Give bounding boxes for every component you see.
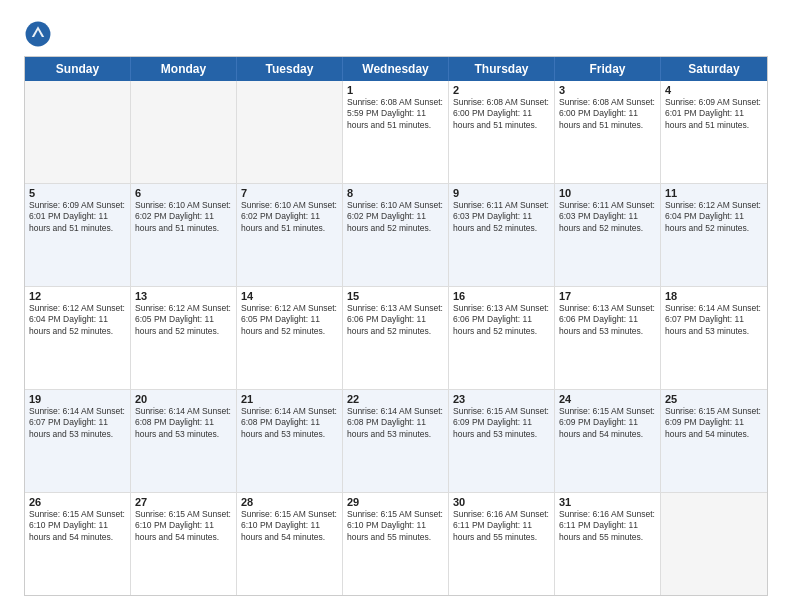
day-cell-29: 29Sunrise: 6:15 AM Sunset: 6:10 PM Dayli… [343,493,449,595]
header-day-monday: Monday [131,57,237,81]
day-number: 17 [559,290,656,302]
day-number: 9 [453,187,550,199]
calendar-week-2: 5Sunrise: 6:09 AM Sunset: 6:01 PM Daylig… [25,184,767,287]
day-cell-7: 7Sunrise: 6:10 AM Sunset: 6:02 PM Daylig… [237,184,343,286]
day-number: 26 [29,496,126,508]
header-day-tuesday: Tuesday [237,57,343,81]
day-info: Sunrise: 6:12 AM Sunset: 6:05 PM Dayligh… [135,303,232,337]
day-info: Sunrise: 6:12 AM Sunset: 6:04 PM Dayligh… [665,200,763,234]
day-number: 6 [135,187,232,199]
day-cell-17: 17Sunrise: 6:13 AM Sunset: 6:06 PM Dayli… [555,287,661,389]
day-number: 30 [453,496,550,508]
day-info: Sunrise: 6:14 AM Sunset: 6:07 PM Dayligh… [665,303,763,337]
day-info: Sunrise: 6:10 AM Sunset: 6:02 PM Dayligh… [135,200,232,234]
logo-icon [24,20,52,48]
day-number: 28 [241,496,338,508]
day-cell-26: 26Sunrise: 6:15 AM Sunset: 6:10 PM Dayli… [25,493,131,595]
day-number: 19 [29,393,126,405]
day-info: Sunrise: 6:15 AM Sunset: 6:10 PM Dayligh… [241,509,338,543]
calendar: SundayMondayTuesdayWednesdayThursdayFrid… [24,56,768,596]
day-cell-27: 27Sunrise: 6:15 AM Sunset: 6:10 PM Dayli… [131,493,237,595]
day-number: 25 [665,393,763,405]
day-info: Sunrise: 6:08 AM Sunset: 6:00 PM Dayligh… [453,97,550,131]
day-cell-empty [25,81,131,183]
day-cell-1: 1Sunrise: 6:08 AM Sunset: 5:59 PM Daylig… [343,81,449,183]
day-cell-24: 24Sunrise: 6:15 AM Sunset: 6:09 PM Dayli… [555,390,661,492]
day-number: 14 [241,290,338,302]
calendar-week-3: 12Sunrise: 6:12 AM Sunset: 6:04 PM Dayli… [25,287,767,390]
day-cell-8: 8Sunrise: 6:10 AM Sunset: 6:02 PM Daylig… [343,184,449,286]
day-number: 7 [241,187,338,199]
calendar-header: SundayMondayTuesdayWednesdayThursdayFrid… [25,57,767,81]
day-cell-18: 18Sunrise: 6:14 AM Sunset: 6:07 PM Dayli… [661,287,767,389]
day-info: Sunrise: 6:13 AM Sunset: 6:06 PM Dayligh… [453,303,550,337]
day-cell-6: 6Sunrise: 6:10 AM Sunset: 6:02 PM Daylig… [131,184,237,286]
day-cell-12: 12Sunrise: 6:12 AM Sunset: 6:04 PM Dayli… [25,287,131,389]
day-number: 22 [347,393,444,405]
calendar-week-5: 26Sunrise: 6:15 AM Sunset: 6:10 PM Dayli… [25,493,767,595]
day-info: Sunrise: 6:15 AM Sunset: 6:10 PM Dayligh… [29,509,126,543]
day-cell-empty [661,493,767,595]
day-number: 11 [665,187,763,199]
day-cell-30: 30Sunrise: 6:16 AM Sunset: 6:11 PM Dayli… [449,493,555,595]
day-cell-2: 2Sunrise: 6:08 AM Sunset: 6:00 PM Daylig… [449,81,555,183]
day-cell-15: 15Sunrise: 6:13 AM Sunset: 6:06 PM Dayli… [343,287,449,389]
day-number: 29 [347,496,444,508]
day-number: 31 [559,496,656,508]
day-number: 15 [347,290,444,302]
day-info: Sunrise: 6:08 AM Sunset: 5:59 PM Dayligh… [347,97,444,131]
header-day-sunday: Sunday [25,57,131,81]
day-number: 5 [29,187,126,199]
day-number: 1 [347,84,444,96]
day-cell-11: 11Sunrise: 6:12 AM Sunset: 6:04 PM Dayli… [661,184,767,286]
day-cell-25: 25Sunrise: 6:15 AM Sunset: 6:09 PM Dayli… [661,390,767,492]
day-info: Sunrise: 6:09 AM Sunset: 6:01 PM Dayligh… [665,97,763,131]
day-info: Sunrise: 6:16 AM Sunset: 6:11 PM Dayligh… [559,509,656,543]
day-info: Sunrise: 6:11 AM Sunset: 6:03 PM Dayligh… [559,200,656,234]
day-cell-22: 22Sunrise: 6:14 AM Sunset: 6:08 PM Dayli… [343,390,449,492]
day-number: 10 [559,187,656,199]
day-cell-31: 31Sunrise: 6:16 AM Sunset: 6:11 PM Dayli… [555,493,661,595]
day-info: Sunrise: 6:12 AM Sunset: 6:04 PM Dayligh… [29,303,126,337]
day-cell-4: 4Sunrise: 6:09 AM Sunset: 6:01 PM Daylig… [661,81,767,183]
day-number: 23 [453,393,550,405]
day-info: Sunrise: 6:14 AM Sunset: 6:08 PM Dayligh… [347,406,444,440]
header-day-thursday: Thursday [449,57,555,81]
page: SundayMondayTuesdayWednesdayThursdayFrid… [0,0,792,612]
day-info: Sunrise: 6:16 AM Sunset: 6:11 PM Dayligh… [453,509,550,543]
day-cell-13: 13Sunrise: 6:12 AM Sunset: 6:05 PM Dayli… [131,287,237,389]
day-number: 18 [665,290,763,302]
day-number: 3 [559,84,656,96]
day-info: Sunrise: 6:13 AM Sunset: 6:06 PM Dayligh… [559,303,656,337]
day-info: Sunrise: 6:15 AM Sunset: 6:09 PM Dayligh… [559,406,656,440]
calendar-body: 1Sunrise: 6:08 AM Sunset: 5:59 PM Daylig… [25,81,767,595]
day-info: Sunrise: 6:09 AM Sunset: 6:01 PM Dayligh… [29,200,126,234]
day-cell-16: 16Sunrise: 6:13 AM Sunset: 6:06 PM Dayli… [449,287,555,389]
day-cell-3: 3Sunrise: 6:08 AM Sunset: 6:00 PM Daylig… [555,81,661,183]
day-cell-23: 23Sunrise: 6:15 AM Sunset: 6:09 PM Dayli… [449,390,555,492]
day-cell-9: 9Sunrise: 6:11 AM Sunset: 6:03 PM Daylig… [449,184,555,286]
day-number: 8 [347,187,444,199]
day-number: 13 [135,290,232,302]
day-number: 12 [29,290,126,302]
day-number: 21 [241,393,338,405]
day-number: 16 [453,290,550,302]
day-number: 27 [135,496,232,508]
day-cell-28: 28Sunrise: 6:15 AM Sunset: 6:10 PM Dayli… [237,493,343,595]
day-info: Sunrise: 6:12 AM Sunset: 6:05 PM Dayligh… [241,303,338,337]
day-info: Sunrise: 6:10 AM Sunset: 6:02 PM Dayligh… [347,200,444,234]
day-cell-21: 21Sunrise: 6:14 AM Sunset: 6:08 PM Dayli… [237,390,343,492]
day-info: Sunrise: 6:15 AM Sunset: 6:10 PM Dayligh… [347,509,444,543]
calendar-week-4: 19Sunrise: 6:14 AM Sunset: 6:07 PM Dayli… [25,390,767,493]
day-info: Sunrise: 6:08 AM Sunset: 6:00 PM Dayligh… [559,97,656,131]
calendar-week-1: 1Sunrise: 6:08 AM Sunset: 5:59 PM Daylig… [25,81,767,184]
day-info: Sunrise: 6:14 AM Sunset: 6:07 PM Dayligh… [29,406,126,440]
day-cell-5: 5Sunrise: 6:09 AM Sunset: 6:01 PM Daylig… [25,184,131,286]
day-number: 4 [665,84,763,96]
day-cell-14: 14Sunrise: 6:12 AM Sunset: 6:05 PM Dayli… [237,287,343,389]
header-day-friday: Friday [555,57,661,81]
day-info: Sunrise: 6:10 AM Sunset: 6:02 PM Dayligh… [241,200,338,234]
header-day-wednesday: Wednesday [343,57,449,81]
day-info: Sunrise: 6:14 AM Sunset: 6:08 PM Dayligh… [241,406,338,440]
logo [24,20,58,48]
